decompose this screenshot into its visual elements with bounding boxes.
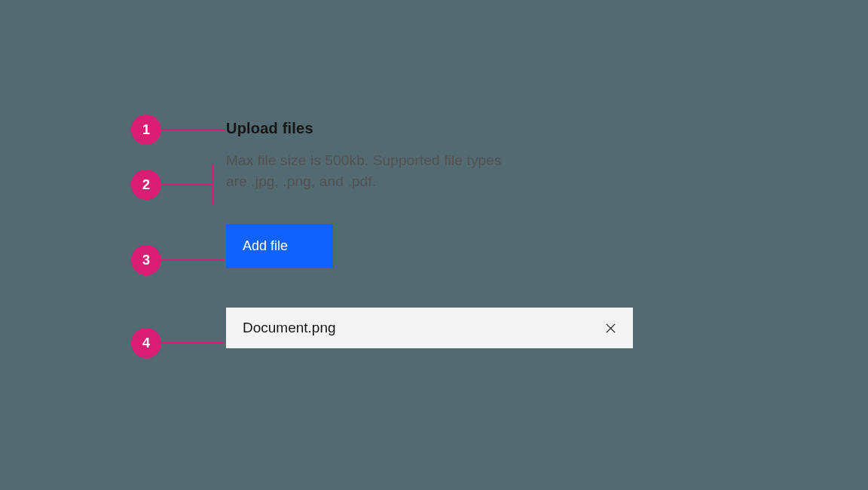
upload-description: Max file size is 500kb. Supported file t… <box>226 150 505 191</box>
uploaded-file-name: Document.png <box>243 320 336 336</box>
annotation-badge: 2 <box>131 170 161 200</box>
annotation-number: 2 <box>142 177 150 193</box>
annotation-marker-2: 2 <box>131 170 214 200</box>
upload-button-container: Add file <box>226 224 333 268</box>
upload-heading: Upload files <box>226 120 313 137</box>
remove-file-button[interactable] <box>603 320 618 335</box>
annotation-number: 1 <box>142 122 150 138</box>
annotation-connector <box>161 259 225 261</box>
uploaded-file-item: Document.png <box>226 308 633 348</box>
annotation-connector <box>161 184 214 185</box>
close-icon <box>605 323 616 334</box>
annotation-marker-1: 1 <box>131 115 225 145</box>
annotation-badge: 4 <box>131 328 161 358</box>
annotation-badge: 1 <box>131 115 161 145</box>
annotation-badge: 3 <box>131 245 161 275</box>
annotation-connector <box>161 129 225 130</box>
annotation-number: 3 <box>142 253 150 268</box>
annotation-marker-4: 4 <box>131 328 225 358</box>
upload-description-container: Max file size is 500kb. Supported file t… <box>226 150 505 191</box>
annotation-connector <box>161 342 225 344</box>
annotation-number: 4 <box>142 335 150 351</box>
annotation-marker-3: 3 <box>131 245 225 275</box>
upload-heading-container: Upload files <box>226 120 313 137</box>
add-file-button[interactable]: Add file <box>226 224 333 268</box>
uploaded-file-container: Document.png <box>226 308 633 348</box>
